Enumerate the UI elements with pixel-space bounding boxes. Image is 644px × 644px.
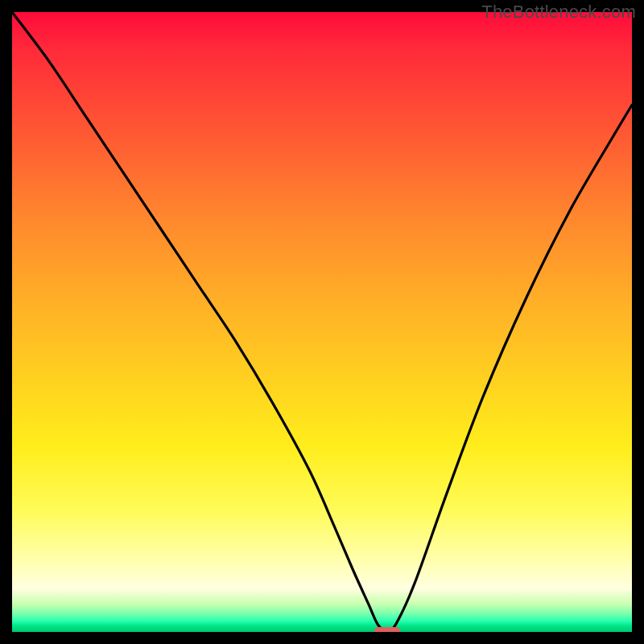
chart-frame: TheBottleneck.com bbox=[0, 0, 644, 644]
curve-layer bbox=[12, 12, 632, 632]
plot-area bbox=[12, 12, 632, 632]
minimum-marker bbox=[374, 627, 400, 632]
watermark-text: TheBottleneck.com bbox=[481, 2, 636, 23]
bottleneck-curve bbox=[12, 12, 632, 632]
